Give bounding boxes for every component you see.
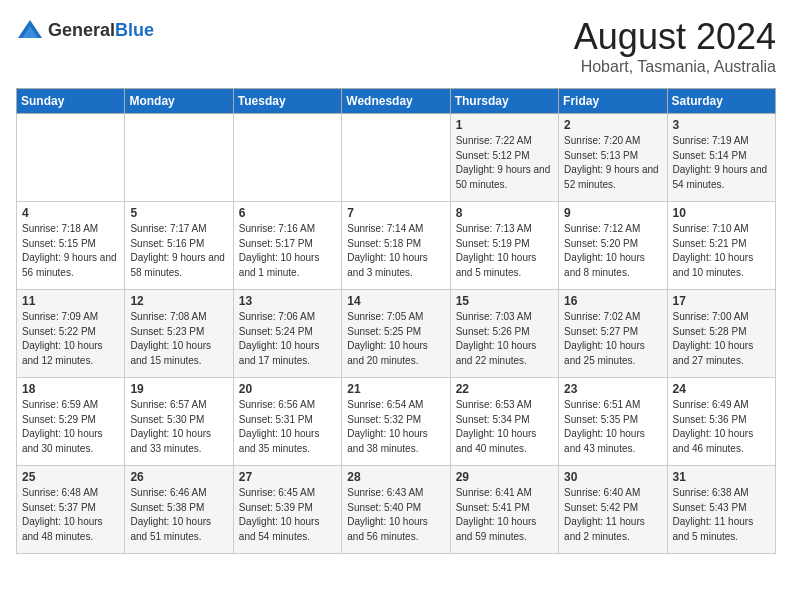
calendar-cell: 15Sunrise: 7:03 AMSunset: 5:26 PMDayligh… xyxy=(450,290,558,378)
calendar-table: SundayMondayTuesdayWednesdayThursdayFrid… xyxy=(16,88,776,554)
day-info: Sunrise: 7:17 AMSunset: 5:16 PMDaylight:… xyxy=(130,222,227,280)
calendar-cell: 3Sunrise: 7:19 AMSunset: 5:14 PMDaylight… xyxy=(667,114,775,202)
calendar-cell: 6Sunrise: 7:16 AMSunset: 5:17 PMDaylight… xyxy=(233,202,341,290)
day-number: 10 xyxy=(673,206,770,220)
day-info: Sunrise: 6:53 AMSunset: 5:34 PMDaylight:… xyxy=(456,398,553,456)
calendar-cell xyxy=(17,114,125,202)
weekday-header-tuesday: Tuesday xyxy=(233,89,341,114)
calendar-week-row: 1Sunrise: 7:22 AMSunset: 5:12 PMDaylight… xyxy=(17,114,776,202)
calendar-cell: 17Sunrise: 7:00 AMSunset: 5:28 PMDayligh… xyxy=(667,290,775,378)
day-info: Sunrise: 7:13 AMSunset: 5:19 PMDaylight:… xyxy=(456,222,553,280)
calendar-cell: 5Sunrise: 7:17 AMSunset: 5:16 PMDaylight… xyxy=(125,202,233,290)
calendar-week-row: 4Sunrise: 7:18 AMSunset: 5:15 PMDaylight… xyxy=(17,202,776,290)
weekday-header-saturday: Saturday xyxy=(667,89,775,114)
calendar-cell: 29Sunrise: 6:41 AMSunset: 5:41 PMDayligh… xyxy=(450,466,558,554)
day-info: Sunrise: 6:38 AMSunset: 5:43 PMDaylight:… xyxy=(673,486,770,544)
calendar-cell: 31Sunrise: 6:38 AMSunset: 5:43 PMDayligh… xyxy=(667,466,775,554)
day-number: 1 xyxy=(456,118,553,132)
calendar-week-row: 18Sunrise: 6:59 AMSunset: 5:29 PMDayligh… xyxy=(17,378,776,466)
day-info: Sunrise: 7:00 AMSunset: 5:28 PMDaylight:… xyxy=(673,310,770,368)
day-number: 15 xyxy=(456,294,553,308)
page-header: GeneralBlue August 2024 Hobart, Tasmania… xyxy=(16,16,776,76)
day-number: 21 xyxy=(347,382,444,396)
weekday-header-sunday: Sunday xyxy=(17,89,125,114)
day-number: 25 xyxy=(22,470,119,484)
calendar-cell: 12Sunrise: 7:08 AMSunset: 5:23 PMDayligh… xyxy=(125,290,233,378)
day-number: 8 xyxy=(456,206,553,220)
day-number: 4 xyxy=(22,206,119,220)
title-block: August 2024 Hobart, Tasmania, Australia xyxy=(574,16,776,76)
calendar-cell: 27Sunrise: 6:45 AMSunset: 5:39 PMDayligh… xyxy=(233,466,341,554)
day-number: 14 xyxy=(347,294,444,308)
weekday-header-thursday: Thursday xyxy=(450,89,558,114)
day-info: Sunrise: 7:18 AMSunset: 5:15 PMDaylight:… xyxy=(22,222,119,280)
calendar-cell: 18Sunrise: 6:59 AMSunset: 5:29 PMDayligh… xyxy=(17,378,125,466)
day-info: Sunrise: 7:08 AMSunset: 5:23 PMDaylight:… xyxy=(130,310,227,368)
day-info: Sunrise: 7:02 AMSunset: 5:27 PMDaylight:… xyxy=(564,310,661,368)
day-info: Sunrise: 6:56 AMSunset: 5:31 PMDaylight:… xyxy=(239,398,336,456)
day-number: 31 xyxy=(673,470,770,484)
day-number: 11 xyxy=(22,294,119,308)
day-number: 2 xyxy=(564,118,661,132)
calendar-cell: 10Sunrise: 7:10 AMSunset: 5:21 PMDayligh… xyxy=(667,202,775,290)
calendar-cell: 4Sunrise: 7:18 AMSunset: 5:15 PMDaylight… xyxy=(17,202,125,290)
calendar-week-row: 11Sunrise: 7:09 AMSunset: 5:22 PMDayligh… xyxy=(17,290,776,378)
day-info: Sunrise: 6:40 AMSunset: 5:42 PMDaylight:… xyxy=(564,486,661,544)
day-info: Sunrise: 7:19 AMSunset: 5:14 PMDaylight:… xyxy=(673,134,770,192)
day-number: 12 xyxy=(130,294,227,308)
calendar-cell: 7Sunrise: 7:14 AMSunset: 5:18 PMDaylight… xyxy=(342,202,450,290)
day-number: 17 xyxy=(673,294,770,308)
day-info: Sunrise: 6:49 AMSunset: 5:36 PMDaylight:… xyxy=(673,398,770,456)
calendar-cell xyxy=(125,114,233,202)
calendar-cell: 11Sunrise: 7:09 AMSunset: 5:22 PMDayligh… xyxy=(17,290,125,378)
day-info: Sunrise: 7:10 AMSunset: 5:21 PMDaylight:… xyxy=(673,222,770,280)
calendar-cell: 21Sunrise: 6:54 AMSunset: 5:32 PMDayligh… xyxy=(342,378,450,466)
day-number: 24 xyxy=(673,382,770,396)
day-number: 16 xyxy=(564,294,661,308)
day-info: Sunrise: 6:59 AMSunset: 5:29 PMDaylight:… xyxy=(22,398,119,456)
day-info: Sunrise: 7:06 AMSunset: 5:24 PMDaylight:… xyxy=(239,310,336,368)
day-number: 27 xyxy=(239,470,336,484)
day-number: 3 xyxy=(673,118,770,132)
calendar-cell: 2Sunrise: 7:20 AMSunset: 5:13 PMDaylight… xyxy=(559,114,667,202)
day-number: 5 xyxy=(130,206,227,220)
sub-title: Hobart, Tasmania, Australia xyxy=(574,58,776,76)
day-number: 22 xyxy=(456,382,553,396)
day-number: 28 xyxy=(347,470,444,484)
day-info: Sunrise: 6:57 AMSunset: 5:30 PMDaylight:… xyxy=(130,398,227,456)
day-info: Sunrise: 6:43 AMSunset: 5:40 PMDaylight:… xyxy=(347,486,444,544)
day-number: 18 xyxy=(22,382,119,396)
calendar-cell: 9Sunrise: 7:12 AMSunset: 5:20 PMDaylight… xyxy=(559,202,667,290)
calendar-cell: 8Sunrise: 7:13 AMSunset: 5:19 PMDaylight… xyxy=(450,202,558,290)
calendar-cell: 20Sunrise: 6:56 AMSunset: 5:31 PMDayligh… xyxy=(233,378,341,466)
day-info: Sunrise: 6:46 AMSunset: 5:38 PMDaylight:… xyxy=(130,486,227,544)
day-info: Sunrise: 6:48 AMSunset: 5:37 PMDaylight:… xyxy=(22,486,119,544)
day-info: Sunrise: 7:05 AMSunset: 5:25 PMDaylight:… xyxy=(347,310,444,368)
calendar-week-row: 25Sunrise: 6:48 AMSunset: 5:37 PMDayligh… xyxy=(17,466,776,554)
day-info: Sunrise: 6:51 AMSunset: 5:35 PMDaylight:… xyxy=(564,398,661,456)
day-number: 26 xyxy=(130,470,227,484)
calendar-cell: 26Sunrise: 6:46 AMSunset: 5:38 PMDayligh… xyxy=(125,466,233,554)
weekday-header-wednesday: Wednesday xyxy=(342,89,450,114)
day-number: 9 xyxy=(564,206,661,220)
day-number: 30 xyxy=(564,470,661,484)
day-info: Sunrise: 7:22 AMSunset: 5:12 PMDaylight:… xyxy=(456,134,553,192)
weekday-header-monday: Monday xyxy=(125,89,233,114)
day-info: Sunrise: 7:14 AMSunset: 5:18 PMDaylight:… xyxy=(347,222,444,280)
calendar-cell: 1Sunrise: 7:22 AMSunset: 5:12 PMDaylight… xyxy=(450,114,558,202)
day-number: 7 xyxy=(347,206,444,220)
day-info: Sunrise: 6:45 AMSunset: 5:39 PMDaylight:… xyxy=(239,486,336,544)
logo: GeneralBlue xyxy=(16,16,154,44)
day-info: Sunrise: 7:12 AMSunset: 5:20 PMDaylight:… xyxy=(564,222,661,280)
calendar-cell: 22Sunrise: 6:53 AMSunset: 5:34 PMDayligh… xyxy=(450,378,558,466)
main-title: August 2024 xyxy=(574,16,776,58)
calendar-cell: 16Sunrise: 7:02 AMSunset: 5:27 PMDayligh… xyxy=(559,290,667,378)
weekday-header-row: SundayMondayTuesdayWednesdayThursdayFrid… xyxy=(17,89,776,114)
calendar-cell: 13Sunrise: 7:06 AMSunset: 5:24 PMDayligh… xyxy=(233,290,341,378)
logo-text-blue: Blue xyxy=(115,20,154,40)
day-info: Sunrise: 7:03 AMSunset: 5:26 PMDaylight:… xyxy=(456,310,553,368)
calendar-cell: 30Sunrise: 6:40 AMSunset: 5:42 PMDayligh… xyxy=(559,466,667,554)
calendar-cell xyxy=(233,114,341,202)
calendar-cell: 25Sunrise: 6:48 AMSunset: 5:37 PMDayligh… xyxy=(17,466,125,554)
day-number: 29 xyxy=(456,470,553,484)
